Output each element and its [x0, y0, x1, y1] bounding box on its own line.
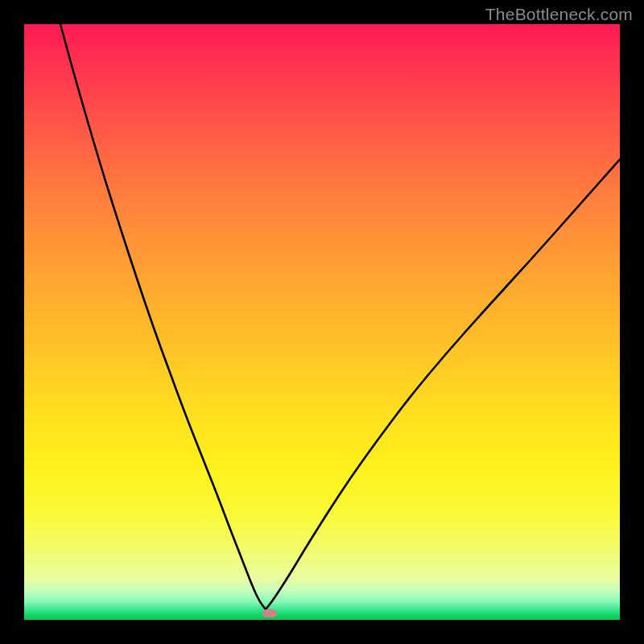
plot-area [24, 24, 620, 620]
curve-left-branch [60, 24, 266, 609]
optimal-marker [262, 609, 277, 617]
watermark-text: TheBottleneck.com [485, 5, 633, 24]
curve-right-branch [266, 159, 620, 609]
chart-frame: TheBottleneck.com [0, 0, 644, 644]
bottleneck-curve [24, 24, 620, 620]
